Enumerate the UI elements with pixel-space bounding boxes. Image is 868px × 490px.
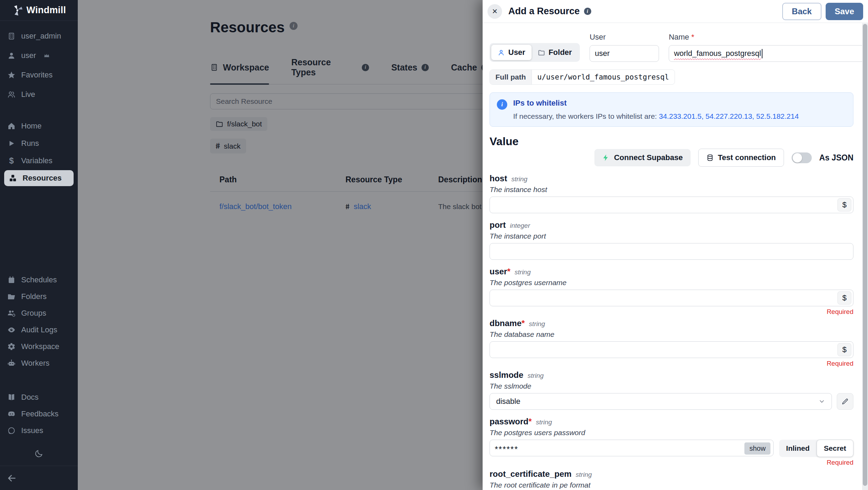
drawer-title: Add a Resource [508, 6, 580, 17]
name-field-label: Name * [669, 33, 868, 42]
insert-variable-button[interactable]: $ [837, 343, 851, 356]
connect-supabase-button[interactable]: Connect Supabase [594, 149, 690, 166]
person-icon [7, 51, 16, 60]
sidebar-workspace-group: user_admin user Favorites [0, 27, 78, 103]
sidebar-item-label: Resources [23, 174, 62, 183]
drawer-backdrop[interactable] [78, 0, 483, 490]
field-type: string [529, 320, 545, 328]
insert-variable-button[interactable]: $ [837, 291, 851, 305]
crown-icon [43, 52, 50, 59]
book-icon [7, 393, 16, 402]
sidebar-item-user[interactable]: user [0, 47, 78, 65]
required-asterisk: * [521, 318, 525, 328]
host-input[interactable]: $ [490, 197, 853, 213]
windmill-logo-icon [12, 5, 23, 16]
field-type: string [511, 175, 527, 183]
sidebar-footer [0, 466, 78, 490]
sidebar-item-live[interactable]: Live [0, 85, 78, 103]
field-description: The database name [490, 330, 853, 339]
inlined-option[interactable]: Inlined [779, 440, 817, 457]
sidebar-item-variables[interactable]: $ Variables [0, 153, 78, 169]
save-button[interactable]: Save [826, 3, 863, 20]
text-caret [762, 49, 762, 58]
play-icon [7, 139, 16, 148]
sidebar-item-docs[interactable]: Docs [0, 390, 78, 405]
toggle-knob [793, 153, 802, 163]
as-json-label: As JSON [819, 153, 853, 163]
sidebar-item-folders[interactable]: Folders [0, 289, 78, 304]
sidebar-item-label: Live [21, 90, 35, 99]
sidebar-item-runs[interactable]: Runs [0, 135, 78, 151]
as-json-toggle[interactable] [792, 152, 812, 163]
full-path-value: u/user/world_famous_postgresql [532, 70, 675, 84]
secret-option[interactable]: Secret [817, 440, 853, 457]
field-type: string [576, 471, 592, 479]
sidebar-item-label: user_admin [21, 32, 61, 41]
pencil-icon [841, 398, 849, 405]
full-path-label: Full path [490, 70, 532, 84]
field-type: string [515, 268, 531, 276]
password-input[interactable]: ****** show [490, 440, 774, 456]
infobox-title: IPs to whitelist [513, 99, 799, 108]
password-masked-value: ****** [495, 442, 518, 454]
show-password-button[interactable]: show [744, 442, 770, 455]
sidebar-item-label: Workers [21, 359, 50, 368]
required-message: Required [490, 459, 853, 466]
robot-icon [7, 359, 16, 368]
sidebar-item-feedbacks[interactable]: Feedbacks [0, 406, 78, 422]
sidebar-item-label: Issues [21, 426, 43, 435]
user-input[interactable]: $ [490, 290, 853, 306]
sidebar-item-workspace[interactable]: Workspace [0, 339, 78, 354]
info-icon[interactable] [584, 8, 591, 15]
scrollbar-thumb[interactable] [863, 24, 867, 486]
sidebar-item-label: Home [21, 122, 42, 131]
field-description: The sslmode [490, 382, 853, 390]
sidebar-item-workers[interactable]: Workers [0, 356, 78, 371]
field-description: The postgres users password [490, 429, 853, 437]
sslmode-select[interactable]: disable [490, 393, 832, 410]
chevron-down-icon [818, 398, 825, 405]
user-field-input[interactable] [590, 45, 659, 62]
required-asterisk: * [691, 33, 694, 41]
sidebar-item-issues[interactable]: Issues [0, 423, 78, 438]
required-asterisk: * [507, 267, 510, 276]
field-name: port [490, 220, 506, 230]
database-icon [706, 154, 714, 161]
edit-sslmode-button[interactable] [837, 393, 853, 410]
drawer-scrollbar[interactable] [862, 23, 868, 490]
sidebar-item-label: Groups [21, 309, 46, 318]
sidebar-links-group: Docs Feedbacks Issues [0, 390, 78, 438]
owner-user-option[interactable]: User [491, 45, 532, 60]
ips-whitelist-infobox: IPs to whitelist If necessary, the worke… [490, 92, 853, 127]
dbname-input[interactable]: $ [490, 341, 853, 358]
supabase-bolt-icon [602, 154, 610, 161]
field-type: integer [510, 222, 530, 230]
insert-variable-button[interactable]: $ [837, 198, 851, 211]
owner-folder-option[interactable]: Folder [532, 45, 578, 60]
sidebar-item-label: Favorites [21, 70, 52, 80]
field-name: root_certificate_pem [490, 469, 571, 479]
sidebar-item-groups[interactable]: Groups [0, 306, 78, 321]
sidebar-item-label: user [21, 51, 36, 60]
field-description: The root certificate in pe format [490, 481, 853, 489]
sidebar-nav-group: Home Runs $ Variables Resources [0, 118, 78, 186]
field-name: host [490, 174, 507, 183]
users-icon [7, 90, 16, 99]
sidebar-item-resources[interactable]: Resources [4, 170, 74, 186]
back-button[interactable]: Back [782, 3, 821, 20]
windmill-brand[interactable]: Windmill [0, 0, 78, 21]
dark-mode-toggle[interactable] [31, 446, 47, 461]
sslmode-selected-value: disable [496, 397, 520, 406]
sidebar-item-favorites[interactable]: Favorites [0, 66, 78, 84]
port-input[interactable] [490, 243, 853, 260]
name-field-input[interactable]: world_famous_postgresql [669, 45, 868, 62]
sidebar: Windmill user_admin user [0, 0, 78, 490]
close-drawer-button[interactable] [487, 4, 502, 19]
collapse-sidebar-button[interactable] [7, 473, 17, 483]
sidebar-item-home[interactable]: Home [0, 118, 78, 134]
owner-kind-toggle: User Folder [490, 43, 580, 62]
test-connection-button[interactable]: Test connection [698, 149, 784, 167]
sidebar-item-user-admin[interactable]: user_admin [0, 27, 78, 45]
sidebar-item-schedules[interactable]: Schedules [0, 272, 78, 288]
sidebar-item-audit-logs[interactable]: Audit Logs [0, 322, 78, 338]
